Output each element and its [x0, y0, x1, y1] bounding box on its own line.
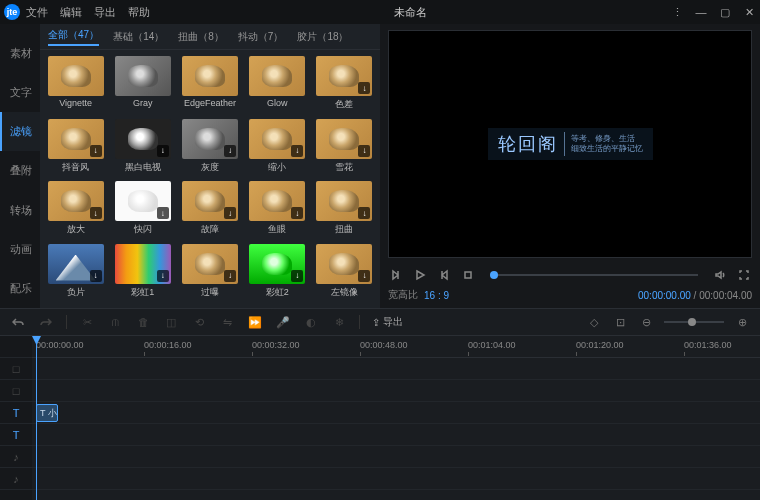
redo-button[interactable] [38, 314, 54, 330]
download-icon[interactable]: ↓ [157, 145, 169, 157]
filter-Glow[interactable]: Glow [246, 56, 309, 115]
libtab-抖动[interactable]: 抖动（7） [238, 30, 284, 44]
sidebar-tab-2[interactable]: 滤镜 [0, 112, 40, 151]
freeze-button[interactable]: ❄ [331, 314, 347, 330]
text-clip[interactable]: T小 [36, 404, 58, 422]
sidebar-tab-3[interactable]: 叠附 [0, 151, 40, 190]
libtab-全部[interactable]: 全部（47） [48, 28, 99, 46]
download-icon[interactable]: ↓ [157, 270, 169, 282]
libtab-胶片[interactable]: 胶片（18） [297, 30, 348, 44]
preview-screen[interactable]: 轮回阁 等考、修身、生活 细致生活的平静记忆 [388, 30, 752, 258]
rotate-button[interactable]: ⟲ [191, 314, 207, 330]
download-icon[interactable]: ↓ [90, 270, 102, 282]
download-icon[interactable]: ↓ [358, 145, 370, 157]
filter-色差[interactable]: ↓色差 [313, 56, 376, 115]
maximize-button[interactable]: ▢ [718, 6, 732, 19]
filter-抖音风[interactable]: ↓抖音风 [44, 119, 107, 178]
download-icon[interactable]: ↓ [291, 145, 303, 157]
track-head-4[interactable]: ♪ [0, 446, 32, 468]
timeline-body[interactable]: 00:00:00.0000:00:16.0000:00:32.0000:00:4… [32, 336, 760, 500]
prev-frame-button[interactable] [388, 267, 404, 283]
filter-黑白电视[interactable]: ↓黑白电视 [111, 119, 174, 178]
filter-彩虹1[interactable]: ↓彩虹1 [111, 244, 174, 303]
track-1[interactable] [32, 380, 760, 402]
menu-帮助[interactable]: 帮助 [128, 5, 150, 20]
delete-button[interactable]: 🗑 [135, 314, 151, 330]
filter-Gray[interactable]: Gray [111, 56, 174, 115]
opacity-button[interactable]: ◐ [303, 314, 319, 330]
menu-导出[interactable]: 导出 [94, 5, 116, 20]
filter-过曝[interactable]: ↓过曝 [178, 244, 241, 303]
download-icon[interactable]: ↓ [224, 270, 236, 282]
download-icon[interactable]: ↓ [358, 270, 370, 282]
filter-快闪[interactable]: ↓快闪 [111, 181, 174, 240]
filter-缩小[interactable]: ↓缩小 [246, 119, 309, 178]
filter-彩虹2[interactable]: ↓彩虹2 [246, 244, 309, 303]
playhead[interactable] [36, 336, 37, 500]
zoom-fit-button[interactable]: ⊕ [734, 314, 750, 330]
time-ruler[interactable]: 00:00:00.0000:00:16.0000:00:32.0000:00:4… [32, 336, 760, 358]
filter-故障[interactable]: ↓故障 [178, 181, 241, 240]
split-button[interactable]: ⫙ [107, 314, 123, 330]
libtab-基础[interactable]: 基础（14） [113, 30, 164, 44]
sidebar-tab-4[interactable]: 转场 [0, 191, 40, 230]
undo-button[interactable] [10, 314, 26, 330]
track-head-1[interactable]: □ [0, 380, 32, 402]
zoom-slider[interactable] [664, 321, 724, 323]
track-head-3[interactable]: T [0, 424, 32, 446]
marker-button[interactable]: ◇ [586, 314, 602, 330]
voice-button[interactable]: 🎤 [275, 314, 291, 330]
more-icon[interactable]: ⋮ [670, 6, 684, 19]
sidebar-tab-1[interactable]: 文字 [0, 73, 40, 112]
download-icon[interactable]: ↓ [224, 145, 236, 157]
filter-扭曲[interactable]: ↓扭曲 [313, 181, 376, 240]
export-button[interactable]: ⇪ 导出 [372, 315, 403, 329]
download-icon[interactable]: ↓ [358, 207, 370, 219]
menu-文件[interactable]: 文件 [26, 5, 48, 20]
filter-放大[interactable]: ↓放大 [44, 181, 107, 240]
close-button[interactable]: ✕ [742, 6, 756, 19]
next-frame-button[interactable] [436, 267, 452, 283]
filter-雪花[interactable]: ↓雪花 [313, 119, 376, 178]
play-button[interactable] [412, 267, 428, 283]
filter-负片[interactable]: ↓负片 [44, 244, 107, 303]
track-3[interactable] [32, 424, 760, 446]
filter-灰度[interactable]: ↓灰度 [178, 119, 241, 178]
download-icon[interactable]: ↓ [224, 207, 236, 219]
volume-icon[interactable] [712, 267, 728, 283]
download-icon[interactable]: ↓ [291, 207, 303, 219]
track-head-5[interactable]: ♪ [0, 468, 32, 490]
track-head-0[interactable]: □ [0, 358, 32, 380]
track-head-2[interactable]: T [0, 402, 32, 424]
download-icon[interactable]: ↓ [358, 82, 370, 94]
track-5[interactable] [32, 468, 760, 490]
fullscreen-icon[interactable] [736, 267, 752, 283]
filter-EdgeFeather[interactable]: EdgeFeather [178, 56, 241, 115]
download-icon[interactable]: ↓ [291, 270, 303, 282]
track-2[interactable]: T小 [32, 402, 760, 424]
crop-button[interactable]: ◫ [163, 314, 179, 330]
filter-Vignette[interactable]: Vignette [44, 56, 107, 115]
track-4[interactable] [32, 446, 760, 468]
minimize-button[interactable]: — [694, 6, 708, 18]
zoom-out-button[interactable]: ⊖ [638, 314, 654, 330]
download-icon[interactable]: ↓ [90, 207, 102, 219]
sidebar-tab-6[interactable]: 配乐 [0, 269, 40, 308]
filter-鱼眼[interactable]: ↓鱼眼 [246, 181, 309, 240]
track-0[interactable] [32, 358, 760, 380]
sidebar-tab-0[interactable]: 素材 [0, 34, 40, 73]
download-icon[interactable]: ↓ [157, 207, 169, 219]
snap-button[interactable]: ⊡ [612, 314, 628, 330]
sidebar-tab-5[interactable]: 动画 [0, 230, 40, 269]
mirror-button[interactable]: ⇋ [219, 314, 235, 330]
menu-编辑[interactable]: 编辑 [60, 5, 82, 20]
libtab-扭曲[interactable]: 扭曲（8） [178, 30, 224, 44]
download-icon[interactable]: ↓ [90, 145, 102, 157]
speed-button[interactable]: ⏩ [247, 314, 263, 330]
playback-slider[interactable] [490, 274, 698, 276]
filter-左镜像[interactable]: ↓左镜像 [313, 244, 376, 303]
cut-button[interactable]: ✂ [79, 314, 95, 330]
aspect-value[interactable]: 16 : 9 [424, 290, 449, 301]
filter-label: 左镜像 [331, 286, 358, 299]
stop-button[interactable] [460, 267, 476, 283]
